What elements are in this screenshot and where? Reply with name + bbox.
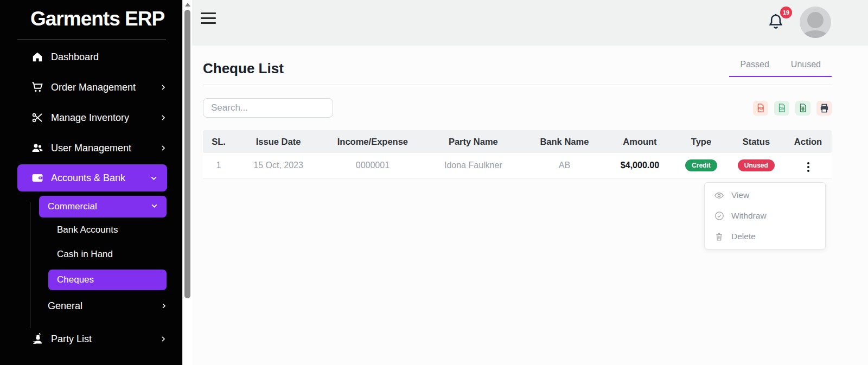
chevron-right-icon (159, 144, 167, 152)
col-issue-date: Issue Date (234, 130, 322, 153)
hamburger-menu-icon[interactable] (201, 12, 216, 24)
cell-type: Credit (674, 153, 728, 178)
sidebar-item-label: Bank Accounts (57, 225, 118, 235)
sidebar-item-manage-inventory[interactable]: Manage Inventory (0, 103, 182, 133)
tab-passed[interactable]: Passed (729, 60, 780, 69)
col-income-expense: Income/Expense (322, 130, 423, 153)
sidebar: Garments ERP Dashboard Order Management (0, 0, 182, 365)
avatar-head-shape (807, 12, 824, 28)
trash-icon (714, 232, 724, 242)
page-title: Cheque List (203, 60, 284, 77)
col-type: Type (674, 130, 728, 153)
cell-status: Unused (728, 153, 784, 178)
chevron-down-icon (151, 202, 158, 212)
scissors-icon (31, 111, 44, 124)
avatar-shoulders-shape (802, 30, 828, 38)
title-divider (203, 85, 832, 85)
cart-icon (31, 81, 44, 94)
main-content: Cheque List Passed Unused PDF CSV (192, 46, 868, 365)
toolbar: PDF CSV (203, 98, 832, 118)
export-excel-button[interactable] (795, 101, 810, 116)
sidebar-item-user-management[interactable]: User Management (0, 133, 182, 163)
printer-icon (819, 103, 829, 113)
tab-unused[interactable]: Unused (780, 60, 832, 69)
user-avatar[interactable] (800, 7, 831, 38)
submenu-connector-line (30, 202, 30, 328)
csv-file-icon: CSV (777, 103, 787, 113)
chevron-right-icon (159, 84, 167, 91)
cell-income-expense: 0000001 (322, 153, 423, 178)
sidebar-item-cash-in-hand[interactable]: Cash in Hand (0, 242, 182, 266)
sidebar-item-bank-accounts[interactable]: Bank Accounts (0, 217, 182, 242)
status-tabs: Passed Unused (729, 60, 832, 77)
notification-bell[interactable]: 19 (767, 12, 786, 31)
cheque-table: SL. Issue Date Income/Expense Party Name… (203, 130, 832, 178)
sidebar-item-accounts-bank[interactable]: Accounts & Bank (17, 164, 167, 191)
sidebar-item-dashboard[interactable]: Dashboard (0, 42, 182, 72)
chevron-right-icon (159, 114, 167, 121)
col-sl: SL. (203, 130, 234, 153)
table-row: 1 15 Oct, 2023 0000001 Idona Faulkner AB… (203, 153, 832, 178)
app-root: Garments ERP Dashboard Order Management (0, 0, 868, 365)
sidebar-item-commercial[interactable]: Commercial (39, 196, 167, 217)
app-logo: Garments ERP (0, 0, 182, 30)
sidebar-item-order-management[interactable]: Order Management (0, 72, 182, 103)
notification-count-badge: 19 (780, 7, 792, 18)
check-circle-icon (714, 211, 724, 221)
menu-item-delete[interactable]: Delete (705, 226, 825, 247)
cell-bank-name: AB (524, 153, 605, 178)
sidebar-scrollbar[interactable] (182, 0, 192, 365)
cell-sl: 1 (203, 153, 234, 178)
cell-party-name: Idona Faulkner (423, 153, 524, 178)
menu-item-label: View (731, 190, 749, 200)
export-csv-button[interactable]: CSV (774, 101, 789, 116)
action-dropdown-menu: View Withdraw Delete (704, 182, 826, 249)
sidebar-item-label: Commercial (48, 201, 151, 212)
menu-item-view[interactable]: View (705, 185, 825, 206)
users-icon (31, 142, 44, 155)
chevron-down-icon (150, 174, 157, 182)
topbar: 19 (192, 0, 868, 46)
status-badge: Unused (738, 159, 775, 171)
cell-action (784, 153, 832, 178)
title-row: Cheque List Passed Unused (203, 60, 832, 77)
wallet-icon (31, 171, 44, 184)
party-person-icon (31, 332, 44, 345)
sidebar-item-label: General (48, 300, 161, 312)
menu-item-label: Withdraw (731, 211, 767, 221)
svg-text:PDF: PDF (758, 107, 764, 110)
search-input[interactable] (203, 98, 333, 118)
menu-item-withdraw[interactable]: Withdraw (705, 206, 825, 226)
sidebar-item-label: Dashboard (51, 52, 167, 63)
row-actions-button[interactable] (803, 160, 814, 174)
eye-icon (714, 190, 724, 201)
sidebar-item-label: Cash in Hand (57, 249, 113, 260)
svg-text:CSV: CSV (779, 107, 785, 110)
sidebar-item-label: Manage Inventory (51, 112, 159, 124)
chevron-right-icon (161, 300, 167, 312)
sidebar-item-label: Accounts & Bank (51, 172, 150, 184)
sidebar-item-label: Party List (51, 334, 159, 345)
col-bank-name: Bank Name (524, 130, 605, 153)
export-print-button[interactable] (816, 101, 832, 116)
table-header-row: SL. Issue Date Income/Expense Party Name… (203, 130, 832, 153)
chevron-right-icon (159, 335, 167, 343)
sidebar-item-party-list[interactable]: Party List (0, 324, 182, 354)
sidebar-nav: Dashboard Order Management Manage Invent… (0, 40, 182, 354)
col-status: Status (728, 130, 784, 153)
excel-file-icon (798, 103, 808, 113)
scrollbar-up-arrow-icon[interactable] (185, 3, 190, 7)
col-action: Action (784, 130, 832, 153)
export-pdf-button[interactable]: PDF (753, 101, 768, 116)
menu-item-label: Delete (731, 232, 756, 241)
scrollbar-thumb[interactable] (184, 10, 190, 298)
col-party-name: Party Name (423, 130, 524, 153)
cell-issue-date: 15 Oct, 2023 (234, 153, 322, 178)
export-buttons: PDF CSV (753, 101, 832, 116)
home-icon (31, 50, 44, 63)
sidebar-item-label: User Management (51, 143, 159, 154)
sidebar-item-cheques[interactable]: Cheques (48, 270, 167, 290)
sidebar-item-label: Cheques (57, 274, 94, 285)
sidebar-item-general[interactable]: General (0, 293, 182, 318)
sidebar-item-label: Order Management (51, 82, 159, 93)
